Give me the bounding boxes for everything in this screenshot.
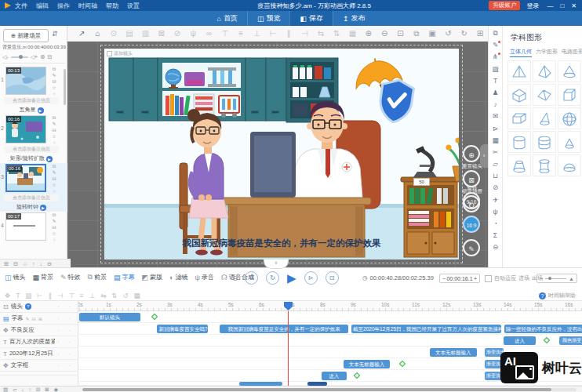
- favorite-icon[interactable]: ☆: [23, 261, 27, 267]
- shape-prism-pent[interactable]: [507, 84, 531, 106]
- timeline-block[interactable]: 文本无标题输入: [344, 360, 390, 368]
- align-top-icon[interactable]: ⊤: [217, 29, 233, 38]
- shape-tetrahedron[interactable]: [533, 60, 556, 82]
- replay-element-button[interactable]: ↻: [266, 271, 279, 285]
- paste-icon[interactable]: ▣: [424, 29, 440, 38]
- formula-icon[interactable]: Σ: [493, 231, 497, 240]
- mic-icon[interactable]: ψ: [493, 208, 497, 216]
- align-center-icon[interactable]: ∥: [49, 292, 52, 299]
- zoom-track[interactable]: [545, 278, 566, 279]
- tools-collapse-icon[interactable]: ⊖: [232, 274, 238, 282]
- collapse-strip-icon[interactable]: ⊖: [493, 243, 498, 252]
- cut-icon[interactable]: ✂: [493, 148, 498, 157]
- replay-scene-button[interactable]: ↺: [245, 271, 258, 285]
- stage-canvas[interactable]: 我国新冠病毒疫苗是安全的，并有一定的保护效果 添加镜头 ⊕ 重置镜头 ⊠ 锁定场…: [67, 42, 488, 267]
- history-icon[interactable]: ⊘: [169, 29, 185, 38]
- scene-item[interactable]: 200:16⧉✎⊟☆○点击添加备注信息矩形/旋转扩散▶: [0, 114, 67, 163]
- new-scene-button[interactable]: ⊕ 新建场景: [3, 29, 49, 42]
- timeline-block[interactable]: 截至2020年12月25日，我国已经开展了过百万人次的疫苗紧急接种: [351, 325, 501, 333]
- fullscreen-preview-button[interactable]: ⊡: [326, 271, 339, 285]
- export-icon[interactable]: ↗: [74, 29, 89, 38]
- shape-cube[interactable]: [558, 84, 581, 106]
- shape-cone-slant[interactable]: [533, 107, 556, 129]
- align-center-icon[interactable]: ∥: [281, 29, 296, 38]
- mic-icon[interactable]: ψ: [185, 29, 201, 38]
- scene-favorite-icon[interactable]: ☆: [52, 183, 56, 188]
- group-icon[interactable]: ▦: [134, 292, 140, 299]
- tool-effect[interactable]: ✎特效: [60, 273, 81, 281]
- align-right-icon[interactable]: ⊣: [57, 292, 63, 299]
- align-left-icon[interactable]: ⊢: [265, 29, 281, 38]
- scene-duplicate-icon[interactable]: ⧉: [53, 164, 56, 169]
- ban-icon[interactable]: ⊘: [493, 183, 498, 192]
- scene-list-scrollbar[interactable]: [64, 69, 66, 105]
- shape-cylinder[interactable]: [507, 131, 531, 153]
- track-partial-label[interactable]: [0, 372, 78, 376]
- timeline-block[interactable]: 新冠病毒疫苗安全吗?: [157, 325, 207, 333]
- camera-tag[interactable]: 添加镜头: [107, 50, 133, 57]
- move-down-icon[interactable]: ↓: [21, 387, 24, 392]
- shape-sphere[interactable]: [558, 107, 581, 129]
- home-icon[interactable]: ⌂: [89, 29, 105, 38]
- close-button[interactable]: ✕: [571, 2, 577, 9]
- volume-down-icon[interactable]: ◁-: [2, 54, 9, 60]
- timeline-block[interactable]: 进入: [322, 372, 347, 380]
- link-icon[interactable]: ∞: [202, 29, 217, 38]
- scene-edit-icon[interactable]: ✎: [52, 219, 56, 224]
- timeline-block[interactable]: 颜色渐变: [559, 336, 582, 345]
- music-icon[interactable]: ♪: [493, 100, 497, 109]
- distribute-h-icon[interactable]: ⇆: [313, 29, 329, 38]
- timeline-block[interactable]: 进入: [504, 336, 536, 345]
- timeline-help[interactable]: ? 时间轴帮助: [539, 292, 576, 299]
- zoom-out-icon[interactable]: ⊖: [376, 29, 392, 38]
- track-action-icon[interactable]: ⊟: [32, 316, 36, 321]
- shapes-icon[interactable]: ⧉: [493, 29, 497, 38]
- scene-caption[interactable]: 我国新冠病毒疫苗是安全的，并有一定的保护效果: [182, 238, 382, 248]
- canvas-collapse-tab[interactable]: ∨: [264, 260, 289, 269]
- scene-more-icon[interactable]: ○: [53, 189, 56, 194]
- track-action-icon[interactable]: ✎: [26, 316, 30, 321]
- scene-more-icon[interactable]: ○: [53, 92, 56, 97]
- duration-plus-button[interactable]: +: [474, 276, 477, 281]
- shape-tab[interactable]: 力学图形: [536, 48, 558, 57]
- scene-transition-name[interactable]: 五角星▶: [0, 106, 63, 114]
- play-transition-icon[interactable]: ▶: [38, 107, 44, 114]
- auto-fit-checkbox[interactable]: [485, 275, 492, 282]
- image-icon[interactable]: ▨: [492, 65, 498, 74]
- shape-tab[interactable]: 电路图形: [562, 48, 582, 57]
- scene-delete-icon[interactable]: ⊟: [52, 79, 56, 85]
- scene-edit-icon[interactable]: ✎: [52, 170, 56, 176]
- track-toggles[interactable]: · ·: [57, 351, 75, 357]
- play-button[interactable]: ▶: [287, 272, 296, 285]
- track-toggles[interactable]: · ·: [57, 363, 75, 368]
- track-toggles[interactable]: · ·: [57, 339, 75, 345]
- remove-scene-icon[interactable]: ⊟: [13, 261, 18, 267]
- shape-frustum[interactable]: [507, 154, 531, 176]
- scene-item[interactable]: 300:16⧉✎⊟☆○点击添加备注信息旋转时钟▶: [0, 163, 67, 212]
- scene-more-icon[interactable]: ○: [53, 238, 56, 243]
- select-icon[interactable]: ✥: [5, 292, 10, 299]
- character-icon[interactable]: ♟: [493, 89, 499, 97]
- tool-record[interactable]: ψ录音: [195, 273, 213, 281]
- nav-publish[interactable]: ↥发布: [333, 11, 375, 26]
- login-button[interactable]: 登录: [526, 2, 539, 10]
- lock-element-icon[interactable]: ⊠: [154, 29, 169, 38]
- effects-icon[interactable]: ✎: [493, 41, 498, 49]
- align-bottom-icon[interactable]: ⊥: [89, 292, 95, 299]
- timeline-scrollbar-thumb[interactable]: [82, 388, 551, 391]
- shape-tab[interactable]: 立体几何: [510, 48, 532, 57]
- bgm-row[interactable]: 背景音乐.m 00:00:40/00:03:39: [2, 44, 65, 51]
- zoom-out-icon[interactable]: −: [540, 276, 543, 281]
- scene-note[interactable]: 点击添加备注信息: [4, 146, 59, 153]
- scene-delete-icon[interactable]: ⊟: [52, 225, 56, 230]
- scene-note[interactable]: 点击添加备注信息: [4, 97, 59, 104]
- text-tool-icon[interactable]: T: [16, 292, 20, 299]
- maximize-button[interactable]: □: [560, 2, 564, 9]
- shape-dome[interactable]: [558, 154, 581, 176]
- scene-thumbnail[interactable]: 00:16: [5, 115, 46, 143]
- movie-icon[interactable]: ⊔: [493, 172, 498, 180]
- timeline-ruler[interactable]: 0s1s2s3s4s5s6s7s8s9s10s11s12s13s14s15s16…: [78, 301, 582, 311]
- collapse-panel-icon[interactable]: ⊖: [47, 261, 52, 267]
- nav-save[interactable]: ◧保存: [289, 11, 333, 26]
- scene-transition-name[interactable]: 矩形/旋转扩散▶: [0, 154, 63, 162]
